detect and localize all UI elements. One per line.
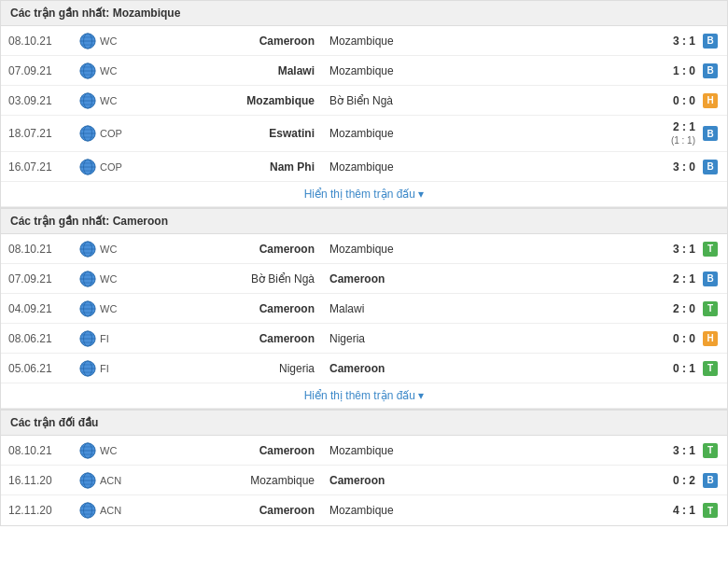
match-away: Cameroon [322, 362, 636, 375]
match-date: 16.11.20 [8, 474, 76, 487]
section-header-doidau: Các trận đối đầu [1, 411, 727, 436]
match-date: 07.09.21 [8, 272, 76, 286]
match-date: 08.10.21 [8, 444, 76, 457]
match-home: Mozambique [135, 474, 322, 487]
result-badge: T [701, 503, 720, 518]
match-away: Mozambique [322, 504, 636, 517]
match-away: Mozambique [322, 160, 636, 174]
match-home: Cameroon [135, 243, 322, 256]
match-score: 2 : 1 [636, 272, 701, 286]
show-more-anchor[interactable]: Hiển thị thêm trận đấu ▾ [304, 389, 425, 402]
table-row: 18.07.21 COP Eswatini Mozambique 2 : 1(1… [1, 116, 727, 152]
match-away: Cameroon [322, 474, 636, 487]
table-row: 08.10.21 WC Cameroon Mozambique 3 : 1 B [1, 26, 727, 56]
match-comp: ACN [100, 475, 135, 486]
match-comp: WC [100, 65, 135, 77]
flag-icon [76, 442, 100, 459]
badge-letter: B [703, 272, 718, 286]
badge-letter: H [703, 331, 718, 346]
match-comp: ACN [100, 505, 135, 516]
show-more-link[interactable]: Hiển thị thêm trận đấu ▾ [1, 383, 727, 409]
match-away: Nigeria [322, 332, 636, 345]
flag-icon [76, 92, 100, 109]
match-date: 08.06.21 [8, 332, 76, 345]
match-date: 08.10.21 [8, 243, 76, 256]
match-comp: WC [100, 303, 135, 314]
match-date: 18.07.21 [8, 127, 76, 140]
table-row: 08.06.21 FI Cameroon Nigeria 0 : 0 H [1, 324, 727, 354]
result-badge: H [701, 331, 720, 346]
badge-letter: B [703, 473, 718, 488]
flag-icon [76, 63, 100, 79]
result-badge: T [701, 301, 720, 316]
match-score: 0 : 1 [636, 362, 701, 375]
match-score: 2 : 0 [636, 302, 701, 315]
match-home: Nam Phi [135, 160, 322, 174]
match-date: 04.09.21 [8, 302, 76, 315]
table-row: 16.07.21 COP Nam Phi Mozambique 3 : 0 B [1, 152, 727, 182]
result-badge: H [701, 93, 720, 108]
flag-icon [76, 502, 100, 519]
section-cameroon: Các trận gần nhất: Cameroon 08.10.21 WC … [0, 208, 728, 410]
match-home: Cameroon [135, 504, 322, 517]
badge-letter: H [703, 93, 718, 108]
match-comp: WC [100, 244, 135, 255]
match-home: Mozambique [135, 94, 322, 107]
match-away: Mozambique [322, 444, 636, 457]
section-header-mozambique: Các trận gần nhất: Mozambique [1, 1, 727, 26]
match-away: Mozambique [322, 64, 636, 77]
result-badge: T [701, 361, 720, 376]
result-badge: B [701, 34, 720, 49]
table-row: 04.09.21 WC Cameroon Malawi 2 : 0 T [1, 294, 727, 324]
table-row: 16.11.20 ACN Mozambique Cameroon 0 : 2 B [1, 466, 727, 495]
match-comp: WC [100, 273, 135, 285]
match-home: Bờ Biển Ngà [135, 272, 322, 286]
match-date: 12.11.20 [8, 504, 76, 517]
match-comp: FI [100, 333, 135, 344]
badge-letter: T [703, 242, 718, 257]
flag-icon [76, 241, 100, 258]
match-date: 05.06.21 [8, 362, 76, 375]
match-home: Nigeria [135, 362, 322, 375]
flag-icon [76, 33, 100, 49]
match-away: Mozambique [322, 35, 636, 48]
match-score: 2 : 1(1 : 1) [636, 120, 701, 146]
result-badge: B [701, 63, 720, 78]
match-comp: WC [100, 445, 135, 456]
match-score: 3 : 1 [636, 444, 701, 457]
badge-letter: T [703, 503, 718, 518]
match-away: Cameroon [322, 272, 636, 286]
show-more-anchor[interactable]: Hiển thị thêm trận đấu ▾ [304, 188, 425, 201]
flag-icon [76, 472, 100, 489]
result-badge: B [701, 160, 720, 174]
table-row: 08.10.21 WC Cameroon Mozambique 3 : 1 T [1, 436, 727, 466]
result-badge: B [701, 272, 720, 286]
show-more-link[interactable]: Hiển thị thêm trận đấu ▾ [1, 182, 727, 207]
match-score: 0 : 0 [636, 94, 701, 107]
match-score: 0 : 2 [636, 474, 701, 487]
match-score: 3 : 0 [636, 160, 701, 174]
result-badge: B [701, 126, 720, 141]
table-row: 12.11.20 ACN Cameroon Mozambique 4 : 1 T [1, 495, 727, 525]
match-away: Mozambique [322, 127, 636, 140]
match-comp: COP [100, 161, 135, 173]
match-score: 0 : 0 [636, 332, 701, 345]
match-score: 1 : 0 [636, 64, 701, 77]
match-comp: WC [100, 35, 135, 47]
result-badge: B [701, 473, 720, 488]
table-row: 03.09.21 WC Mozambique Bờ Biển Ngà 0 : 0… [1, 86, 727, 116]
match-date: 07.09.21 [8, 64, 76, 77]
flag-icon [76, 159, 100, 175]
badge-letter: B [703, 63, 718, 78]
badge-letter: T [703, 361, 718, 376]
match-home: Cameroon [135, 35, 322, 48]
match-score: 3 : 1 [636, 35, 701, 48]
table-row: 08.10.21 WC Cameroon Mozambique 3 : 1 T [1, 234, 727, 264]
match-home: Cameroon [135, 302, 322, 315]
match-home: Cameroon [135, 332, 322, 345]
table-row: 07.09.21 WC Bờ Biển Ngà Cameroon 2 : 1 B [1, 264, 727, 294]
match-score: 3 : 1 [636, 243, 701, 256]
section-header-cameroon: Các trận gần nhất: Cameroon [1, 209, 727, 234]
result-badge: T [701, 242, 720, 257]
match-comp: WC [100, 95, 135, 106]
